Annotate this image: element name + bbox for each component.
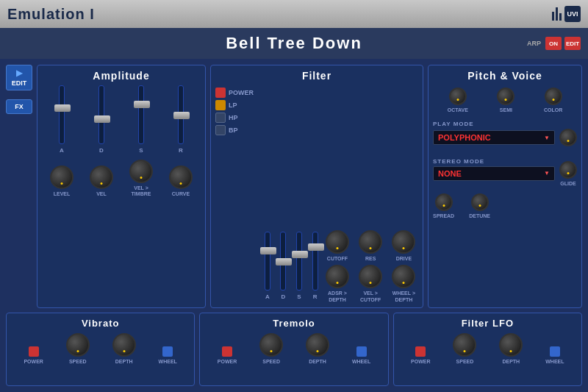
- logo: UVI: [552, 6, 581, 22]
- detune-knob[interactable]: [471, 193, 489, 211]
- vibrato-controls: POWER SPEED DEPTH WHEEL: [12, 333, 188, 364]
- semi-knob[interactable]: [497, 88, 514, 105]
- pitch-voice-panel: Pitch & Voice OCTAVE SEMI COLOR PLAY MOD…: [428, 65, 582, 308]
- top-row: ▶ EDIT FX Amplitude A: [6, 65, 582, 308]
- fader-thumb-d[interactable]: [94, 115, 110, 123]
- knob-color: COLOR: [544, 88, 562, 113]
- fader-track-r[interactable]: [178, 85, 184, 144]
- knob-res: RES: [359, 230, 382, 262]
- octave-knob[interactable]: [449, 88, 467, 105]
- wheel-depth-knob[interactable]: [392, 265, 415, 288]
- fader-track-d[interactable]: [98, 85, 104, 144]
- knob-curve: CURVE: [169, 165, 193, 197]
- tremolo-speed-label: SPEED: [262, 359, 280, 364]
- tremolo-depth-knob[interactable]: [306, 333, 329, 357]
- knob-adsr-depth: ADSR >DEPTH: [326, 265, 349, 303]
- filter-lfo-speed-knob[interactable]: [453, 333, 476, 357]
- knob-wheel-depth: WHEEL >DEPTH: [392, 265, 415, 303]
- filter-track-d[interactable]: [280, 232, 286, 291]
- bp-toggle[interactable]: [215, 125, 226, 135]
- curve-label: CURVE: [172, 191, 190, 197]
- wheel-depth-label: WHEEL >DEPTH: [392, 291, 415, 303]
- fader-track-a[interactable]: [59, 85, 65, 144]
- spread-detune-row: SPREAD DETUNE: [433, 193, 577, 219]
- filter-thumb-a[interactable]: [260, 247, 276, 254]
- fx-button[interactable]: FX: [6, 99, 32, 114]
- glide-section: GLIDE: [559, 161, 577, 187]
- arp-on-button[interactable]: ON: [545, 37, 562, 50]
- filter-fader-s: S: [296, 232, 302, 300]
- fader-thumb-s[interactable]: [134, 101, 150, 108]
- edit-label: EDIT: [12, 79, 27, 87]
- glide-knob[interactable]: [559, 161, 577, 179]
- fader-label-a: A: [60, 147, 64, 154]
- fader-thumb-a[interactable]: [54, 104, 71, 112]
- vel-knob[interactable]: [90, 165, 113, 189]
- level-knob[interactable]: [50, 165, 74, 189]
- filter-power-btn: POWER: [215, 88, 254, 98]
- arp-edit-button[interactable]: EDIT: [564, 37, 581, 50]
- power-toggle[interactable]: [215, 88, 226, 98]
- filter-lfo-wheel-toggle[interactable]: [550, 346, 560, 357]
- vibrato-title: Vibrato: [12, 318, 188, 329]
- vel-cutoff-knob[interactable]: [359, 265, 382, 288]
- fader-label-r: R: [179, 147, 183, 154]
- filter-lfo-wheel: WHEEL: [545, 346, 564, 364]
- filter-lfo-power-toggle[interactable]: [415, 346, 426, 357]
- vibrato-wheel: WHEEL: [159, 346, 177, 364]
- stereo-arrow: ▼: [544, 170, 550, 177]
- filter-thumb-d[interactable]: [276, 258, 292, 266]
- stereo-mode-label: STEREO MODE: [433, 158, 555, 165]
- curve-knob[interactable]: [169, 165, 193, 189]
- knob-drive: DRIVE: [392, 230, 415, 262]
- edit-button[interactable]: ▶ EDIT: [6, 65, 32, 90]
- arp-controls: ARP ON EDIT: [527, 37, 581, 50]
- filter-lfo-depth-knob[interactable]: [499, 333, 523, 357]
- filter-track-s[interactable]: [296, 232, 302, 291]
- instrument-name: Bell Tree Down: [226, 34, 362, 53]
- tremolo-wheel-toggle[interactable]: [356, 346, 367, 357]
- drive-knob[interactable]: [392, 230, 415, 254]
- adsr-depth-knob[interactable]: [326, 265, 349, 288]
- filter-fader-d: D: [280, 232, 286, 300]
- knob-semi: SEMI: [497, 88, 514, 113]
- tremolo-power: POWER: [218, 346, 237, 364]
- filter-lfo-speed-label: SPEED: [456, 359, 474, 364]
- vibrato-speed-knob[interactable]: [66, 333, 90, 357]
- play-mode-row: POLYPHONIC ▼: [433, 129, 577, 146]
- pitch-knobs-row: OCTAVE SEMI COLOR: [433, 88, 577, 113]
- stereo-mode-dropdown[interactable]: NONE ▼: [433, 166, 555, 181]
- play-mode-knob[interactable]: [559, 129, 577, 146]
- filter-thumb-s[interactable]: [292, 251, 308, 258]
- res-knob[interactable]: [359, 230, 382, 254]
- stereo-mode-section: STEREO MODE NONE ▼: [433, 158, 555, 181]
- filter-track-a[interactable]: [265, 232, 270, 291]
- filter-thumb-r[interactable]: [308, 243, 324, 251]
- level-label: LEVEL: [54, 191, 71, 197]
- hp-toggle[interactable]: [215, 113, 226, 123]
- lp-toggle[interactable]: [215, 100, 226, 110]
- cutoff-knob[interactable]: [326, 230, 349, 254]
- fader-label-d: D: [99, 147, 104, 154]
- vibrato-wheel-toggle[interactable]: [162, 346, 173, 357]
- vibrato-depth-knob[interactable]: [112, 333, 136, 357]
- filter-lfo-controls: POWER SPEED DEPTH WHEEL: [400, 333, 576, 364]
- cutoff-label: CUTOFF: [327, 256, 348, 262]
- play-mode-dropdown[interactable]: POLYPHONIC ▼: [433, 130, 555, 145]
- fader-track-s[interactable]: [138, 85, 144, 144]
- color-knob[interactable]: [545, 88, 562, 105]
- knob-detune: DETUNE: [469, 193, 490, 219]
- vel-timbre-knob[interactable]: [129, 160, 153, 183]
- name-bar: Bell Tree Down ARP ON EDIT: [0, 28, 588, 59]
- tremolo-speed-knob[interactable]: [259, 333, 283, 357]
- drive-label: DRIVE: [396, 256, 412, 262]
- vibrato-power-toggle[interactable]: [29, 346, 39, 357]
- filter-track-r[interactable]: [312, 232, 318, 291]
- fader-thumb-r[interactable]: [173, 112, 190, 119]
- tremolo-power-toggle[interactable]: [222, 346, 232, 357]
- vibrato-depth: DEPTH: [112, 333, 136, 364]
- play-mode-section: PLAY MODE POLYPHONIC ▼: [433, 121, 577, 146]
- spread-knob[interactable]: [435, 193, 453, 211]
- tremolo-panel: Tremolo POWER SPEED DEPTH WHEEL: [199, 313, 388, 386]
- stereo-glide-row: STEREO MODE NONE ▼ GLIDE: [433, 151, 577, 187]
